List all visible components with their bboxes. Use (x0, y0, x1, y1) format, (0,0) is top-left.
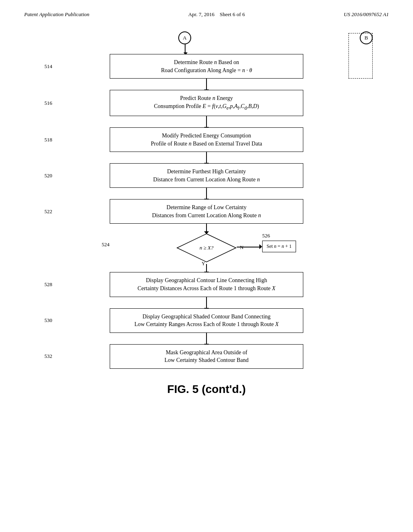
arrow-520-522 (206, 188, 207, 199)
block-516-row: 516 Predict Route n EnergyConsumption Pr… (32, 90, 381, 116)
header-sheet: Sheet 6 of 6 (220, 11, 245, 17)
label-526: 526 (262, 233, 270, 239)
block-532: Mask Geographical Area Outside ofLow Cer… (110, 344, 303, 369)
header-date: Apr. 7, 2016 (188, 11, 215, 17)
diamond-y-label: Y (202, 261, 205, 267)
block-532-row: 532 Mask Geographical Area Outside ofLow… (32, 344, 381, 369)
block-522-text: Determine Range of Low CertaintyDistance… (117, 204, 296, 219)
page-header: Patent Application Publication Apr. 7, 2… (0, 0, 413, 22)
arrow-522-524 (206, 224, 207, 232)
label-520: 520 (44, 172, 52, 179)
block-528-text: Display Geographical Contour Line Connec… (117, 276, 296, 292)
diamond-n-label: N (240, 245, 244, 251)
label-528: 528 (44, 281, 52, 288)
diamond-524-text: n ≥ X? (200, 245, 214, 251)
block-518: Modify Predicted Energy ConsumptionProfi… (110, 127, 303, 152)
block-520: Determine Furthest High CertaintyDistanc… (110, 163, 303, 188)
arrow-518-520 (206, 152, 207, 163)
block-528: Display Geographical Contour Line Connec… (110, 272, 303, 297)
label-518: 518 (44, 137, 52, 143)
block-530-row: 530 Display Geographical Shaded Contour … (32, 308, 381, 333)
block-532-text: Mask Geographical Area Outside ofLow Cer… (117, 349, 296, 364)
block-514: Determine Route n Based onRoad Configura… (110, 54, 303, 79)
block-526-text: Set n = n + 1 (267, 243, 292, 249)
block-518-row: 518 Modify Predicted Energy ConsumptionP… (32, 127, 381, 152)
figure-caption: FIG. 5 (cont'd.) (0, 383, 413, 396)
block-530-text: Display Geographical Shaded Contour Band… (117, 313, 296, 328)
block-516-text: Predict Route n EnergyConsumption Profil… (117, 94, 296, 112)
arrow-530-532 (206, 333, 207, 344)
header-publication: Patent Application Publication (24, 11, 90, 18)
block-520-row: 520 Determine Furthest High CertaintyDis… (32, 163, 381, 188)
diagram-area: A B 514 Determine Route n Based onRoad C… (0, 22, 413, 369)
arrow-514-516 (206, 79, 207, 90)
label-522: 522 (44, 208, 52, 215)
block-514-text: Determine Route n Based onRoad Configura… (117, 58, 296, 74)
circle-a: A (178, 31, 191, 44)
block-522-row: 522 Determine Range of Low CertaintyDist… (32, 199, 381, 224)
label-514: 514 (44, 63, 52, 70)
header-date-sheet: Apr. 7, 2016 Sheet 6 of 6 (188, 11, 245, 18)
block-530: Display Geographical Shaded Contour Band… (110, 308, 303, 333)
header-patent-number: US 2016/0097652 A1 (344, 11, 389, 18)
arrow-528-530 (206, 297, 207, 308)
label-530: 530 (44, 317, 52, 324)
arrow-516-518 (206, 116, 207, 127)
block-520-text: Determine Furthest High CertaintyDistanc… (117, 168, 296, 183)
block-522: Determine Range of Low CertaintyDistance… (110, 199, 303, 224)
arrow-diamond-528 (206, 264, 207, 272)
label-524: 524 (102, 241, 110, 248)
block-528-row: 528 Display Geographical Contour Line Co… (32, 272, 381, 297)
diamond-524: n ≥ X? (176, 233, 237, 263)
block-518-text: Modify Predicted Energy ConsumptionProfi… (117, 132, 296, 148)
label-516: 516 (44, 100, 52, 106)
block-516: Predict Route n EnergyConsumption Profil… (110, 90, 303, 116)
label-532: 532 (44, 353, 52, 360)
block-526: Set n = n + 1 (262, 241, 296, 252)
block-514-row: 514 Determine Route n Based onRoad Confi… (32, 54, 381, 79)
